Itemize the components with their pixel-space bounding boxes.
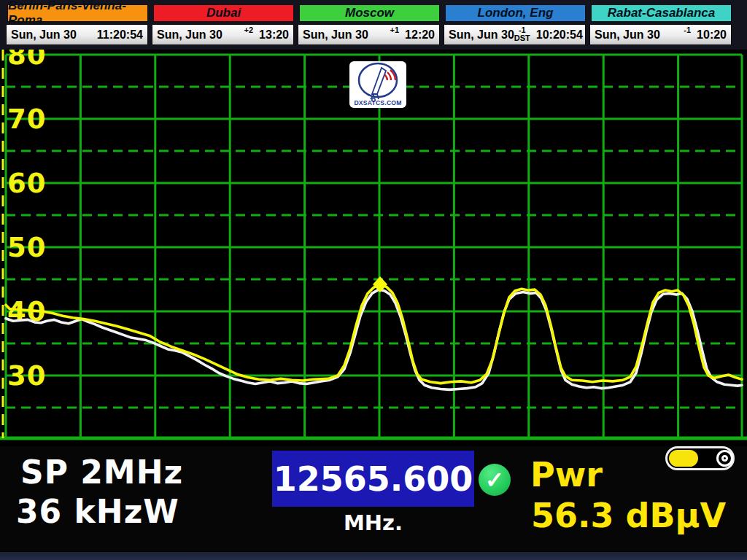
city-tab-label: Moscow (345, 6, 394, 20)
check-glyph: ✓ (485, 467, 504, 494)
date-label: Sun, Jun 30 (303, 28, 368, 42)
city-tab-moscow[interactable]: Moscow (299, 4, 440, 22)
svg-text:70: 70 (7, 104, 47, 135)
date-label: Sun, Jun 30 (449, 28, 514, 42)
city-tab-dubai[interactable]: Dubai (153, 4, 294, 22)
time-label: 10:20:54 (536, 28, 583, 42)
city-tab-label: London, Eng (478, 6, 554, 20)
spectrum-analyzer-screen: Berlin-Paris-Vienna-Roma Dubai Moscow Lo… (0, 0, 747, 560)
time-cell-dubai: Sun, Jun 30 +2 13:20 (152, 24, 294, 45)
time-label: 12:20 (405, 28, 435, 42)
toggle-dial-icon (716, 450, 733, 467)
svg-text:50: 50 (7, 232, 47, 263)
offset-value: +1 (390, 26, 400, 34)
footer-panel: SP 2MHz 36 kHzW 12565.600 MHz. ✓ Pwr 56.… (0, 446, 747, 552)
date-label: Sun, Jun 30 (157, 28, 222, 42)
svg-text:80: 80 (7, 50, 47, 71)
city-times-row: Sun, Jun 30 11:20:54 Sun, Jun 30 +2 13:2… (6, 24, 732, 45)
time-label: 11:20:54 (97, 28, 143, 42)
power-toggle[interactable] (665, 446, 735, 470)
time-label: 13:20 (259, 28, 289, 42)
logo-text: DXSATCS.COM (354, 99, 401, 106)
svg-text:60: 60 (7, 168, 47, 199)
toggle-knob-icon (669, 450, 698, 467)
city-tab-berlin[interactable]: Berlin-Paris-Vienna-Roma (7, 4, 148, 22)
city-tab-london[interactable]: London, Eng (445, 4, 586, 22)
power-label: Pwr (530, 458, 603, 491)
lock-check-icon: ✓ (479, 464, 511, 496)
time-cell-berlin: Sun, Jun 30 11:20:54 (6, 24, 148, 45)
time-cell-london: Sun, Jun 30 -1DST 10:20:54 (444, 24, 586, 45)
date-label: Sun, Jun 30 (11, 28, 77, 42)
dxsatcs-logo: DXSATCS.COM (349, 61, 406, 108)
spectrum-plot: 807060504030 (0, 50, 747, 446)
date-label: Sun, Jun 30 (595, 28, 660, 42)
utc-offset: +2 (244, 25, 254, 44)
offset-value: +2 (244, 26, 254, 34)
svg-text:30: 30 (7, 360, 47, 392)
power-value: 56.3 dBµV (478, 499, 726, 532)
world-clock-bar: Berlin-Paris-Vienna-Roma Dubai Moscow Lo… (0, 0, 747, 50)
frequency-value: 12565.600 (274, 459, 473, 499)
bottom-status-strip (0, 552, 747, 560)
city-tab-label: Dubai (206, 6, 241, 20)
frequency-display[interactable]: 12565.600 (272, 451, 474, 507)
utc-offset: -1DST (514, 25, 530, 44)
satellite-dish-icon: DXSATCS.COM (349, 61, 406, 108)
time-label: 10:20 (697, 28, 727, 42)
city-tab-label: Rabat-Casablanca (608, 6, 715, 20)
utc-offset: +1 (390, 25, 400, 44)
utc-offset: -1 (684, 25, 691, 44)
city-tab-rabat[interactable]: Rabat-Casablanca (591, 4, 732, 22)
time-cell-rabat: Sun, Jun 30 -1 10:20 (589, 24, 732, 45)
city-tabs: Berlin-Paris-Vienna-Roma Dubai Moscow Lo… (7, 4, 732, 22)
offset-tag: DST (514, 34, 530, 42)
span-label: SP 2MHz (20, 456, 183, 489)
offset-value: -1 (684, 26, 691, 34)
frequency-unit-label: MHz. (272, 510, 474, 535)
time-cell-moscow: Sun, Jun 30 +1 12:20 (298, 24, 440, 45)
bandwidth-label: 36 kHzW (16, 496, 179, 528)
